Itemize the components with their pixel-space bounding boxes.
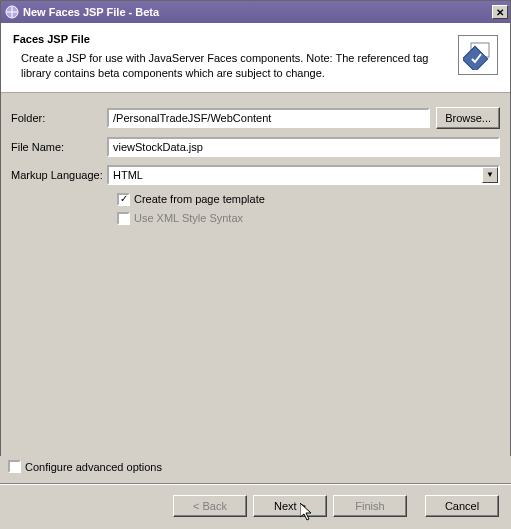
next-button[interactable]: Next > [253,495,327,517]
markup-dropdown[interactable]: HTML ▼ [107,165,500,185]
advanced-checkbox[interactable] [8,460,21,473]
cancel-button[interactable]: Cancel [425,495,499,517]
finish-button: Finish [333,495,407,517]
chevron-down-icon[interactable]: ▼ [482,167,498,183]
filename-input[interactable] [107,137,500,157]
xml-syntax-checkbox [117,212,130,225]
window-title: New Faces JSP File - Beta [23,6,492,18]
form-area: Folder: Browse... File Name: Markup Lang… [1,93,510,235]
create-template-label: Create from page template [134,193,265,205]
titlebar: New Faces JSP File - Beta ✕ [1,1,510,23]
markup-label: Markup Language: [11,169,107,181]
page-description: Create a JSP for use with JavaServer Fac… [13,51,448,82]
folder-input[interactable] [107,108,430,128]
browse-button[interactable]: Browse... [436,107,500,129]
filename-label: File Name: [11,141,107,153]
xml-syntax-label: Use XML Style Syntax [134,212,243,224]
page-title: Faces JSP File [13,33,448,45]
folder-label: Folder: [11,112,107,124]
header-area: Faces JSP File Create a JSP for use with… [1,23,510,93]
wizard-icon [458,35,498,75]
close-button[interactable]: ✕ [492,5,508,19]
advanced-label: Configure advanced options [25,461,162,473]
back-button: < Back [173,495,247,517]
app-icon [5,5,19,19]
create-template-checkbox[interactable]: ✓ [117,193,130,206]
markup-value: HTML [109,167,482,183]
